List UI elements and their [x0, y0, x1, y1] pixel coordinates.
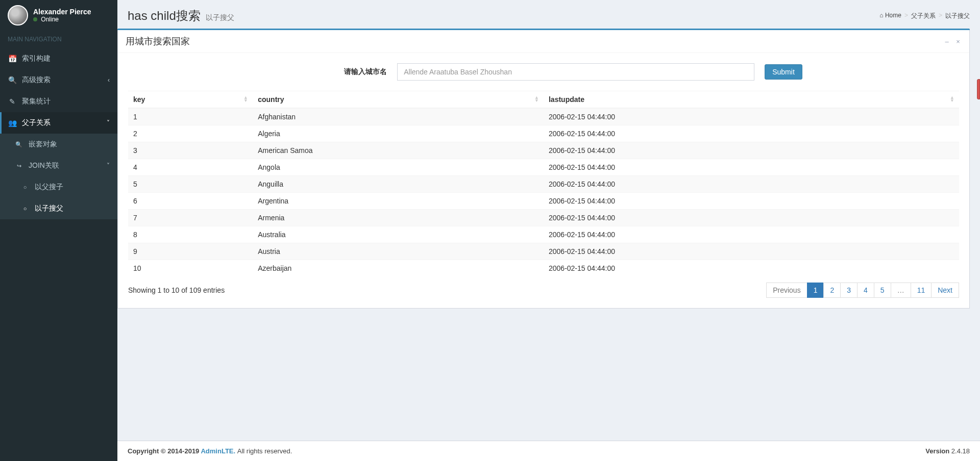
- box-title: 用城市搜索国家: [126, 35, 190, 47]
- sidebar-item[interactable]: ✎聚集统计: [0, 91, 117, 112]
- cell-key: 10: [128, 260, 253, 277]
- chevron-icon: ˅: [107, 119, 110, 126]
- results-table: keycountrylastupdate 1Afghanistan2006-02…: [128, 91, 959, 276]
- sort-icon: [243, 95, 249, 103]
- minimize-button[interactable]: –: [943, 38, 950, 45]
- page-number[interactable]: 11: [911, 283, 932, 298]
- user-panel: Alexander Pierce Online: [0, 0, 117, 31]
- sidebar-subitem[interactable]: ↪JOIN关联˅: [0, 155, 117, 176]
- sidebar-item-label: 嵌套对象: [29, 140, 57, 149]
- page-title: has child搜索 以子搜父: [128, 8, 234, 24]
- cell-key: 6: [128, 193, 253, 210]
- column-header[interactable]: lastupdate: [544, 91, 959, 109]
- page-number[interactable]: 3: [840, 283, 857, 298]
- sidebar-subsubitem[interactable]: ○以子搜父: [0, 198, 117, 219]
- cell-lastupdate: 2006-02-15 04:44:00: [544, 210, 959, 226]
- cell-lastupdate: 2006-02-15 04:44:00: [544, 142, 959, 159]
- cell-key: 4: [128, 159, 253, 176]
- page-number[interactable]: 1: [807, 283, 824, 298]
- cell-country: Azerbaijan: [253, 260, 544, 277]
- online-dot-icon: [33, 17, 37, 21]
- link-icon: ↪: [14, 163, 23, 169]
- cell-country: Anguilla: [253, 176, 544, 193]
- content-wrap: has child搜索 以子搜父 ⌂ Home > 父子关系 > 以子搜父 用城…: [117, 0, 980, 461]
- cell-key: 9: [128, 243, 253, 260]
- submit-button[interactable]: Submit: [765, 64, 802, 80]
- cell-country: Australia: [253, 226, 544, 243]
- chevron-icon: ˅: [107, 162, 110, 169]
- table-row: 3American Samoa2006-02-15 04:44:00: [128, 142, 959, 159]
- city-label: 请输入城市名: [285, 67, 387, 76]
- circle-icon: ○: [20, 184, 30, 190]
- breadcrumb-mid[interactable]: 父子关系: [911, 12, 936, 20]
- table-row: 8Australia2006-02-15 04:44:00: [128, 226, 959, 243]
- page-number[interactable]: 5: [874, 283, 891, 298]
- cell-lastupdate: 2006-02-15 04:44:00: [544, 226, 959, 243]
- title-text: has child搜索: [128, 8, 201, 24]
- breadcrumb-home[interactable]: ⌂ Home: [879, 12, 901, 20]
- sidebar-item[interactable]: 📅索引构建: [0, 48, 117, 69]
- column-header[interactable]: key: [128, 91, 253, 109]
- table-info: Showing 1 to 10 of 109 entries: [128, 286, 225, 294]
- sidebar-item[interactable]: 🔍高级搜索‹: [0, 69, 117, 91]
- sidebar-item-label: 索引构建: [22, 54, 51, 63]
- cell-key: 3: [128, 142, 253, 159]
- edit-icon: ✎: [8, 97, 17, 106]
- close-button[interactable]: ×: [954, 38, 962, 45]
- table-row: 1Afghanistan2006-02-15 04:44:00: [128, 108, 959, 125]
- sidebar-item-label: 父子关系: [22, 118, 51, 127]
- sidebar-subsubitem[interactable]: ○以父搜子: [0, 176, 117, 198]
- user-status: Online: [33, 16, 91, 23]
- separator: >: [904, 12, 908, 20]
- content-main: 用城市搜索国家 – × 请输入城市名 Submit keycountrylast…: [117, 27, 980, 441]
- sidebar-subitem[interactable]: 🔍嵌套对象: [0, 134, 117, 155]
- table-row: 10Azerbaijan2006-02-15 04:44:00: [128, 260, 959, 277]
- footer: Copyright © 2014-2019 AdminLTE. All righ…: [117, 441, 980, 461]
- cell-country: Algeria: [253, 125, 544, 142]
- sidebar-header: MAIN NAVIGATION: [0, 31, 117, 48]
- table-row: 9Austria2006-02-15 04:44:00: [128, 243, 959, 260]
- user-status-text: Online: [41, 16, 59, 23]
- users-icon: 👥: [8, 119, 17, 127]
- sidebar: Alexander Pierce Online MAIN NAVIGATION …: [0, 0, 117, 461]
- page-number[interactable]: 2: [823, 283, 841, 298]
- page-number[interactable]: 4: [857, 283, 874, 298]
- city-input[interactable]: [397, 63, 754, 81]
- cell-lastupdate: 2006-02-15 04:44:00: [544, 193, 959, 210]
- right-edge-widget[interactable]: [977, 79, 980, 99]
- table-row: 6Argentina2006-02-15 04:44:00: [128, 193, 959, 210]
- sort-icon: [949, 95, 955, 103]
- cell-key: 2: [128, 125, 253, 142]
- sidebar-item-label: JOIN关联: [29, 161, 59, 170]
- calendar-icon: 📅: [8, 55, 17, 63]
- copyright: Copyright © 2014-2019 AdminLTE. All righ…: [128, 447, 292, 455]
- cell-country: Argentina: [253, 193, 544, 210]
- search-icon: 🔍: [8, 76, 17, 84]
- sidebar-item-label: 聚集统计: [22, 97, 51, 106]
- column-header[interactable]: country: [253, 91, 544, 109]
- brand-link[interactable]: AdminLTE.: [201, 447, 235, 455]
- sidebar-item-label: 以父搜子: [35, 183, 63, 192]
- pagination: Previous12345…11Next: [767, 283, 959, 298]
- breadcrumb: ⌂ Home > 父子关系 > 以子搜父: [879, 12, 970, 20]
- cell-lastupdate: 2006-02-15 04:44:00: [544, 125, 959, 142]
- table-footer: Showing 1 to 10 of 109 entries Previous1…: [128, 276, 959, 298]
- page-next[interactable]: Next: [931, 283, 959, 298]
- sidebar-item[interactable]: 👥父子关系˅: [0, 112, 117, 134]
- box-tools: – ×: [943, 38, 962, 45]
- user-name: Alexander Pierce: [33, 8, 91, 16]
- cell-country: American Samoa: [253, 142, 544, 159]
- cell-key: 5: [128, 176, 253, 193]
- cell-country: Afghanistan: [253, 108, 544, 125]
- avatar[interactable]: [8, 5, 28, 25]
- cell-country: Austria: [253, 243, 544, 260]
- page-prev[interactable]: Previous: [766, 283, 807, 298]
- breadcrumb-leaf: 以子搜父: [945, 12, 970, 20]
- chevron-icon: ‹: [108, 76, 110, 84]
- circle-icon: ○: [20, 206, 30, 212]
- sidebar-item-label: 高级搜索: [22, 75, 51, 85]
- version: Version 2.4.18: [925, 447, 970, 455]
- separator: >: [939, 12, 942, 20]
- table-row: 4Angola2006-02-15 04:44:00: [128, 159, 959, 176]
- cell-key: 1: [128, 108, 253, 125]
